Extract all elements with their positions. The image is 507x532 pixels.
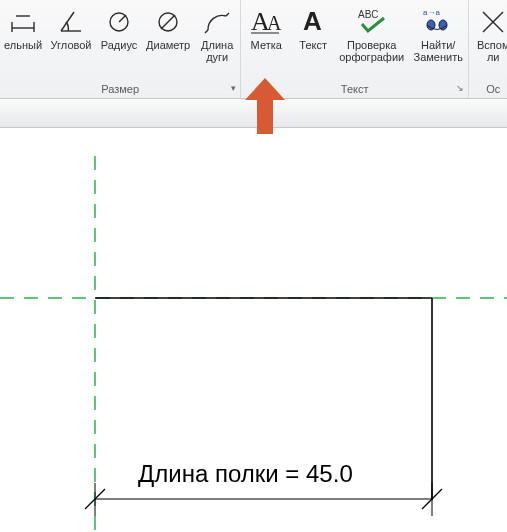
arc-length-icon (202, 4, 232, 38)
svg-point-19 (439, 20, 447, 30)
svg-text:ABC: ABC (358, 9, 379, 20)
svg-text:A: A (267, 12, 282, 34)
group-title-dimension[interactable]: Размер ▾ (0, 81, 240, 98)
svg-point-18 (427, 20, 435, 30)
btn-label: Длина дуги (201, 39, 233, 63)
radius-dim-button[interactable]: Радиус (96, 2, 142, 81)
label-button[interactable]: AA Метка (241, 2, 291, 81)
svg-line-10 (205, 30, 208, 33)
btn-label: Проверка орфографии (339, 39, 404, 63)
svg-line-11 (226, 13, 229, 16)
aux-icon (479, 4, 507, 38)
angular-dim-icon (56, 4, 86, 38)
group-title-text: Ос (486, 83, 500, 95)
diameter-dim-icon (153, 4, 183, 38)
btn-label: ельный (4, 39, 42, 63)
ribbon-group-text: AA Метка A Текст ABC Проверка орфографии… (241, 0, 469, 98)
dropdown-icon: ▾ (231, 83, 236, 93)
arc-length-button[interactable]: Длина дуги (194, 2, 240, 81)
btn-label: Диаметр (146, 39, 190, 63)
svg-line-7 (119, 15, 126, 22)
text-icon: A (300, 4, 326, 38)
ribbon-group-aux: Вспом ли Ос (469, 0, 507, 98)
svg-line-5 (61, 12, 74, 31)
btn-label: Метка (251, 39, 282, 63)
svg-text:A: A (303, 6, 322, 36)
drawing-canvas[interactable]: Длина полки = 45.0 (0, 128, 507, 532)
spellcheck-icon: ABC (354, 4, 390, 38)
aux-button[interactable]: Вспом ли (469, 2, 507, 81)
linear-dim-button[interactable]: ельный (0, 2, 46, 81)
launcher-icon: ↘ (456, 83, 464, 93)
group-title-text[interactable]: Текст ↘ (241, 81, 468, 98)
group-title-text: Текст (341, 83, 369, 95)
text-button[interactable]: A Текст (291, 2, 335, 81)
angular-dim-button[interactable]: Угловой (46, 2, 96, 81)
btn-label: Найти/ Заменить (414, 39, 463, 63)
dimension-text: Длина полки = 45.0 (138, 460, 353, 487)
btn-label: Вспом ли (477, 39, 507, 63)
btn-label: Радиус (101, 39, 138, 63)
find-replace-button[interactable]: a→a Найти/ Заменить (408, 2, 468, 81)
linear-dim-icon (8, 4, 38, 38)
label-icon: AA (249, 4, 283, 38)
group-title-aux: Ос (469, 81, 507, 98)
group-title-text: Размер (101, 83, 139, 95)
ribbon-toolbar: ельный Угловой Радиус Диаметр (0, 0, 507, 99)
svg-line-9 (161, 15, 175, 29)
drawing-svg: Длина полки = 45.0 (0, 128, 507, 532)
radius-dim-icon (104, 4, 134, 38)
ribbon-group-dimension: ельный Угловой Радиус Диаметр (0, 0, 241, 98)
btn-label: Текст (299, 39, 327, 63)
btn-label: Угловой (51, 39, 92, 63)
find-replace-icon: a→a (421, 4, 455, 38)
options-bar (0, 99, 507, 128)
diameter-dim-button[interactable]: Диаметр (142, 2, 194, 81)
svg-text:a→a: a→a (423, 8, 440, 17)
spellcheck-button[interactable]: ABC Проверка орфографии (335, 2, 408, 81)
